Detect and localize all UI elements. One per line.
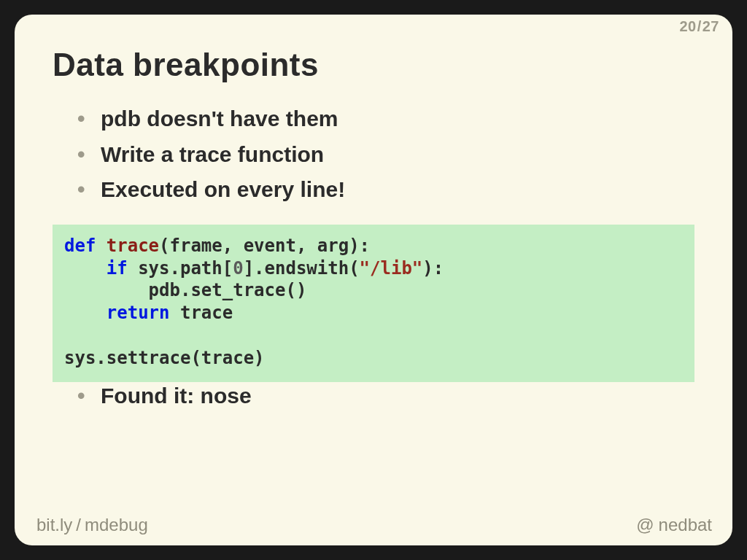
shortlink-host: bit.ly: [36, 515, 72, 534]
code-txt: sys.path[: [128, 258, 233, 279]
at-sign: @: [636, 515, 658, 534]
author-handle: @nedbat: [636, 515, 712, 535]
shortlink-sep: /: [72, 515, 85, 534]
code-fn: trace: [107, 236, 159, 256]
bullet-item: Found it: nose: [71, 384, 699, 409]
code-txt: trace: [170, 303, 233, 323]
code-txt: [64, 303, 107, 323]
slide-title: Data breakpoints: [53, 47, 319, 83]
slide-stage: 20/27 Data breakpoints pdb doesn't have …: [0, 0, 747, 560]
shortlink-path: mdebug: [85, 515, 148, 534]
bullet-list-bottom: Found it: nose: [71, 384, 699, 409]
code-txt: (frame, event, arg):: [159, 236, 370, 256]
bullet-list-top: pdb doesn't have them Write a trace func…: [71, 101, 699, 213]
page-sep: /: [697, 18, 703, 34]
page-total: 27: [703, 18, 719, 34]
slide-footer: bit.ly/mdebug @nedbat: [15, 513, 732, 535]
bullet-item: Executed on every line!: [71, 177, 699, 203]
code-txt: ].endswith(: [244, 258, 360, 279]
page-current: 20: [679, 18, 696, 34]
code-kw: def: [64, 236, 96, 256]
bullet-item: Write a trace function: [71, 142, 699, 168]
handle-text: nedbat: [659, 515, 712, 534]
code-kw: if: [107, 258, 128, 279]
code-txt: pdb.set_trace(): [64, 280, 306, 300]
page-counter: 20/27: [679, 19, 719, 34]
code-txt: ):: [422, 258, 444, 279]
code-kw: return: [107, 303, 170, 323]
shortlink: bit.ly/mdebug: [36, 515, 148, 535]
code-txt: [96, 236, 106, 256]
slide: 20/27 Data breakpoints pdb doesn't have …: [15, 15, 732, 545]
code-str: "/lib": [360, 258, 423, 279]
code-num: 0: [233, 258, 243, 279]
code-txt: [64, 258, 107, 279]
code-txt: sys.settrace(trace): [64, 348, 265, 368]
code-block: def trace(frame, event, arg): if sys.pat…: [53, 225, 694, 382]
bullet-item: pdb doesn't have them: [71, 106, 699, 132]
